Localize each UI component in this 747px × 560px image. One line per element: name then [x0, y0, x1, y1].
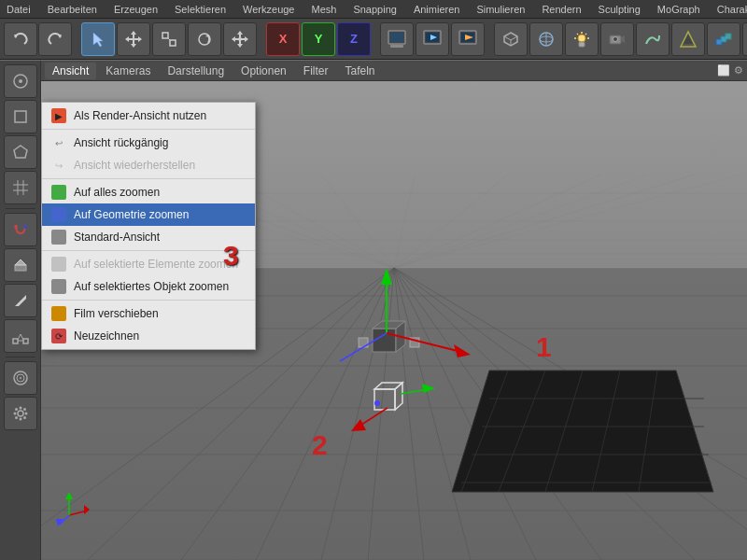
svg-rect-65	[15, 265, 26, 271]
lp-paint-button[interactable]	[4, 361, 37, 395]
lp-knife-button[interactable]	[4, 284, 37, 317]
dd-ansicht-undo[interactable]: ↩ Ansicht rückgängig	[42, 132, 255, 154]
viewport-settings-icon[interactable]: ⚙	[734, 64, 743, 77]
menu-bearbeiten[interactable]: Bearbeiten	[45, 4, 100, 15]
dd-zoom-selected-elements: Auf selektierte Elemente zoomen	[42, 253, 255, 275]
axis-y-button[interactable]: Y	[302, 22, 335, 56]
viewport-menu-darstellung[interactable]: Darstellung	[160, 63, 232, 79]
menu-mograph[interactable]: MoGraph	[655, 4, 703, 15]
viewport-3d[interactable]: Ansicht Kameras Darstellung Optionen Fil…	[41, 61, 747, 560]
menu-datei[interactable]: Datei	[4, 4, 34, 15]
redo-button[interactable]	[38, 22, 72, 56]
svg-point-75	[20, 377, 21, 379]
svg-line-40	[585, 34, 586, 35]
dd-zoom-geo-label: Auf Geometrie zoomen	[74, 208, 189, 221]
menu-animieren[interactable]: Animieren	[411, 4, 463, 15]
deformer-button[interactable]	[671, 22, 705, 56]
move-tool-button[interactable]	[117, 22, 150, 56]
svg-line-32	[504, 36, 511, 40]
move2-tool-button[interactable]	[223, 22, 257, 56]
cube-object-button[interactable]	[494, 22, 528, 56]
viewport-menu-optionen[interactable]: Optionen	[233, 63, 294, 79]
lp-box-button[interactable]	[4, 100, 37, 133]
menu-bar: Datei Bearbeiten Erzeugen Selektieren We…	[0, 0, 747, 19]
svg-marker-17	[232, 36, 235, 42]
zoom-geo-icon	[51, 207, 66, 222]
svg-point-78	[19, 418, 21, 421]
lp-magnet-button[interactable]	[4, 213, 37, 246]
svg-line-33	[511, 36, 517, 40]
menu-werkzeuge[interactable]: Werkzeuge	[240, 4, 297, 15]
effector-button[interactable]	[742, 22, 747, 56]
svg-line-125	[499, 371, 545, 492]
viewport-menu-filter[interactable]: Filter	[296, 63, 336, 79]
svg-rect-57	[15, 111, 26, 122]
lp-settings-button[interactable]	[4, 397, 37, 430]
svg-rect-22	[390, 45, 403, 48]
svg-line-98	[394, 175, 695, 268]
menu-sculpting[interactable]: Sculpting	[596, 4, 643, 15]
menu-erzeugen[interactable]: Erzeugen	[111, 4, 161, 15]
svg-text:2: 2	[312, 429, 328, 460]
svg-line-115	[394, 268, 747, 560]
render-view-button[interactable]	[416, 22, 449, 56]
viewport-menu-ansicht[interactable]: Ansicht	[45, 63, 96, 79]
lp-polygon-button[interactable]	[4, 135, 37, 169]
lp-grid-button[interactable]	[4, 171, 37, 204]
viewport-expand-icon[interactable]: ⬜	[717, 64, 730, 77]
svg-rect-44	[579, 42, 585, 47]
spline-button[interactable]	[636, 22, 669, 56]
rotate-tool-button[interactable]	[188, 22, 221, 56]
select-tool-button[interactable]	[81, 22, 115, 56]
svg-point-38	[578, 35, 585, 42]
lp-extrude-button[interactable]	[4, 248, 37, 282]
sphere-object-button[interactable]	[529, 22, 563, 56]
render-settings-button[interactable]	[380, 22, 414, 56]
zoom-sel-elem-icon	[51, 257, 66, 272]
menu-mesh[interactable]: Mesh	[308, 4, 339, 15]
menu-snapping[interactable]: Snapping	[350, 4, 400, 15]
svg-line-111	[394, 268, 536, 560]
cloner-button[interactable]	[707, 22, 740, 56]
dd-render-view-label: Als Render-Ansicht nutzen	[74, 109, 206, 122]
scale-tool-button[interactable]	[152, 22, 186, 56]
viewport-scene[interactable]: Zeige:	[41, 81, 747, 560]
svg-marker-144	[454, 344, 471, 357]
svg-line-153	[69, 511, 88, 515]
svg-marker-140	[395, 383, 402, 410]
dd-sep-3	[42, 250, 255, 251]
dd-zoom-all[interactable]: Auf alles zoomen	[42, 181, 255, 203]
dd-film-move[interactable]: Film verschieben	[42, 302, 255, 325]
svg-line-126	[545, 371, 583, 492]
dd-render-view[interactable]: ▶ Als Render-Ansicht nutzen	[42, 105, 255, 127]
menu-selektieren[interactable]: Selektieren	[172, 4, 229, 15]
svg-line-157	[60, 515, 69, 525]
dd-redraw[interactable]: ⟳ Neuzeichnen	[42, 325, 255, 347]
svg-line-97	[394, 175, 601, 268]
lp-bridge-button[interactable]	[4, 319, 37, 353]
svg-point-76	[18, 411, 23, 416]
axis-z-button[interactable]: Z	[337, 22, 371, 56]
render-button[interactable]	[451, 22, 485, 56]
svg-line-145	[340, 333, 387, 361]
dd-standard-view[interactable]: Standard-Ansicht	[42, 226, 255, 248]
viewport-menu-kameras[interactable]: Kameras	[98, 63, 158, 79]
axis-x-button[interactable]: X	[266, 22, 300, 56]
dd-ansicht-undo-label: Ansicht rückgängig	[74, 136, 168, 149]
menu-charakter[interactable]: Charaktr.	[714, 4, 747, 15]
svg-rect-138	[374, 389, 395, 410]
dd-zoom-geo[interactable]: Auf Geometrie zoomen	[42, 203, 255, 226]
svg-line-107	[321, 268, 394, 560]
viewport-menu-bar: Ansicht Kameras Darstellung Optionen Fil…	[41, 61, 747, 81]
light-button[interactable]	[565, 22, 599, 56]
lp-select-button[interactable]	[4, 64, 37, 98]
undo-button[interactable]	[4, 22, 37, 56]
dd-sep-1	[42, 129, 255, 130]
svg-rect-52	[726, 34, 731, 39]
menu-simulieren[interactable]: Simulieren	[473, 4, 528, 15]
dd-zoom-selected-object[interactable]: Auf selektiertes Objekt zoomen	[42, 275, 255, 298]
camera-button[interactable]	[600, 22, 634, 56]
svg-line-128	[639, 371, 657, 492]
menu-rendern[interactable]: Rendern	[539, 4, 584, 15]
viewport-menu-tafeln[interactable]: Tafeln	[337, 63, 382, 79]
